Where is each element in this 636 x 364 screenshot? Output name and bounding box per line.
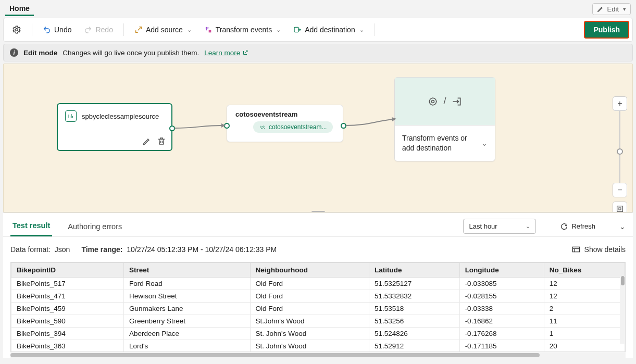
table-cell: -0.033085 bbox=[459, 278, 544, 290]
eventstream-chip-label: cotosoeventstream... bbox=[269, 123, 327, 131]
table-cell: Ford Road bbox=[123, 278, 250, 290]
refresh-button[interactable]: Refresh bbox=[556, 219, 600, 234]
details-icon bbox=[572, 246, 580, 253]
table-row[interactable]: BikePoints_471Hewison StreetOld Ford51.5… bbox=[11, 290, 625, 303]
column-header[interactable]: Neighbourhood bbox=[250, 263, 369, 278]
transform-icon bbox=[204, 26, 213, 34]
zoom-out-button[interactable]: − bbox=[613, 183, 627, 197]
redo-label: Redo bbox=[95, 26, 113, 34]
redo-button[interactable]: Redo bbox=[79, 22, 118, 37]
destination-sep: / bbox=[443, 96, 446, 107]
table-cell: BikePoints_459 bbox=[11, 303, 124, 315]
output-port[interactable] bbox=[169, 125, 175, 131]
scrollbar-thumb[interactable] bbox=[10, 353, 540, 357]
table-cell: 51.53518 bbox=[369, 303, 460, 315]
edit-dropdown[interactable]: Edit ▾ bbox=[592, 3, 631, 15]
table-cell: -0.03338 bbox=[459, 303, 544, 315]
chevron-down-icon[interactable]: ⌄ bbox=[481, 139, 488, 148]
trash-icon[interactable] bbox=[157, 136, 166, 146]
results-panel: Test result Authoring errors Last hour ⌄… bbox=[3, 212, 633, 358]
settings-button[interactable] bbox=[7, 22, 27, 37]
transform-events-button[interactable]: Transform events ⌄ bbox=[199, 22, 286, 37]
column-header[interactable]: Street bbox=[123, 263, 250, 278]
input-port[interactable] bbox=[224, 123, 230, 129]
refresh-icon bbox=[560, 222, 568, 231]
svg-rect-8 bbox=[617, 206, 623, 212]
table-cell: Aberdeen Place bbox=[123, 328, 250, 340]
destination-placeholder-node[interactable]: / Transform events or add destination ⌄ bbox=[394, 77, 495, 161]
horizontal-scrollbar[interactable] bbox=[10, 352, 626, 358]
column-header[interactable]: No_Bikes bbox=[544, 263, 625, 278]
table-cell: -0.171185 bbox=[459, 340, 544, 353]
tab-test-result[interactable]: Test result bbox=[10, 216, 52, 236]
refresh-label: Refresh bbox=[571, 222, 595, 230]
table-row[interactable]: BikePoints_363Lord'sSt. John's Wood51.52… bbox=[11, 340, 625, 353]
pipeline-canvas[interactable]: spbycleclessamplesource cotosoeventstrea… bbox=[3, 64, 633, 212]
add-destination-button[interactable]: Add destination ⌄ bbox=[288, 22, 369, 37]
pencil-icon[interactable] bbox=[142, 136, 152, 146]
fit-icon bbox=[616, 205, 624, 212]
time-range-dropdown-label: Last hour bbox=[469, 222, 497, 230]
chevron-down-icon: ⌄ bbox=[187, 27, 192, 33]
time-range-block: Time range: 10/27/24 05:12:33 PM - 10/27… bbox=[81, 245, 277, 254]
table-cell: 51.52912 bbox=[369, 340, 460, 353]
transform-icon bbox=[428, 96, 438, 107]
table-cell: St.John's Wood bbox=[250, 315, 369, 328]
table-cell: 12 bbox=[544, 290, 625, 303]
zoom-slider-thumb[interactable] bbox=[617, 148, 623, 155]
connector-wire bbox=[346, 116, 398, 132]
fit-to-screen-button[interactable] bbox=[613, 202, 627, 212]
pencil-icon bbox=[597, 5, 604, 12]
tab-authoring-errors[interactable]: Authoring errors bbox=[66, 217, 124, 236]
data-format-block: Data format: Json bbox=[10, 245, 70, 254]
eventstream-node-title: cotosoeventstream bbox=[227, 105, 343, 120]
svg-rect-2 bbox=[208, 30, 211, 33]
svg-rect-3 bbox=[294, 27, 298, 32]
gear-icon bbox=[12, 25, 21, 34]
svg-point-1 bbox=[205, 27, 207, 29]
chevron-down-icon: ⌄ bbox=[276, 27, 281, 33]
table-row[interactable]: BikePoints_459Gunmakers LaneOld Ford51.5… bbox=[11, 303, 625, 315]
table-cell: -0.028155 bbox=[459, 290, 544, 303]
output-port[interactable] bbox=[341, 123, 346, 129]
svg-point-0 bbox=[16, 29, 18, 31]
table-cell: BikePoints_471 bbox=[11, 290, 124, 303]
eventstream-node[interactable]: cotosoeventstream cotosoeventstream... bbox=[227, 105, 343, 142]
zoom-slider[interactable] bbox=[619, 111, 620, 183]
collapse-panel-button[interactable]: ⌄ bbox=[619, 222, 626, 231]
undo-icon bbox=[43, 26, 51, 34]
publish-button[interactable]: Publish bbox=[584, 21, 629, 39]
vertical-scrollbar[interactable] bbox=[620, 276, 625, 344]
add-source-label: Add source bbox=[146, 26, 183, 34]
table-cell: 11 bbox=[544, 315, 625, 328]
table-cell: BikePoints_363 bbox=[11, 340, 124, 353]
table-cell: BikePoints_590 bbox=[11, 315, 124, 328]
tab-home[interactable]: Home bbox=[5, 2, 34, 16]
table-cell: Lord's bbox=[123, 340, 250, 353]
external-link-icon bbox=[242, 49, 248, 56]
source-node-icon bbox=[65, 110, 77, 122]
learn-more-link[interactable]: Learn more bbox=[204, 49, 248, 57]
panel-resize-handle[interactable] bbox=[311, 211, 325, 212]
show-details-button[interactable]: Show details bbox=[572, 245, 626, 254]
column-header[interactable]: BikepointID bbox=[11, 263, 124, 278]
table-cell: 20 bbox=[544, 340, 625, 353]
zoom-in-button[interactable]: + bbox=[613, 96, 627, 111]
table-row[interactable]: BikePoints_517Ford RoadOld Ford51.532512… bbox=[11, 278, 625, 290]
svg-point-4 bbox=[430, 98, 437, 105]
add-source-icon bbox=[134, 26, 143, 34]
time-range-dropdown[interactable]: Last hour ⌄ bbox=[463, 219, 536, 234]
scrollbar-thumb[interactable] bbox=[621, 276, 625, 285]
add-destination-icon bbox=[293, 26, 302, 34]
table-cell: Old Ford bbox=[250, 303, 369, 315]
add-source-button[interactable]: Add source ⌄ bbox=[129, 22, 197, 37]
source-node[interactable]: spbycleclessamplesource bbox=[57, 103, 172, 151]
table-row[interactable]: BikePoints_394Aberdeen PlaceSt. John's W… bbox=[11, 328, 625, 340]
column-header[interactable]: Longitude bbox=[459, 263, 544, 278]
table-row[interactable]: BikePoints_590Greenberry StreetSt.John's… bbox=[11, 315, 625, 328]
column-header[interactable]: Latitude bbox=[369, 263, 460, 278]
show-details-label: Show details bbox=[584, 245, 626, 254]
edit-mode-banner: i Edit mode Changes will go live once yo… bbox=[3, 44, 633, 61]
undo-button[interactable]: Undo bbox=[38, 22, 77, 37]
eventstream-chip[interactable]: cotosoeventstream... bbox=[253, 121, 333, 133]
